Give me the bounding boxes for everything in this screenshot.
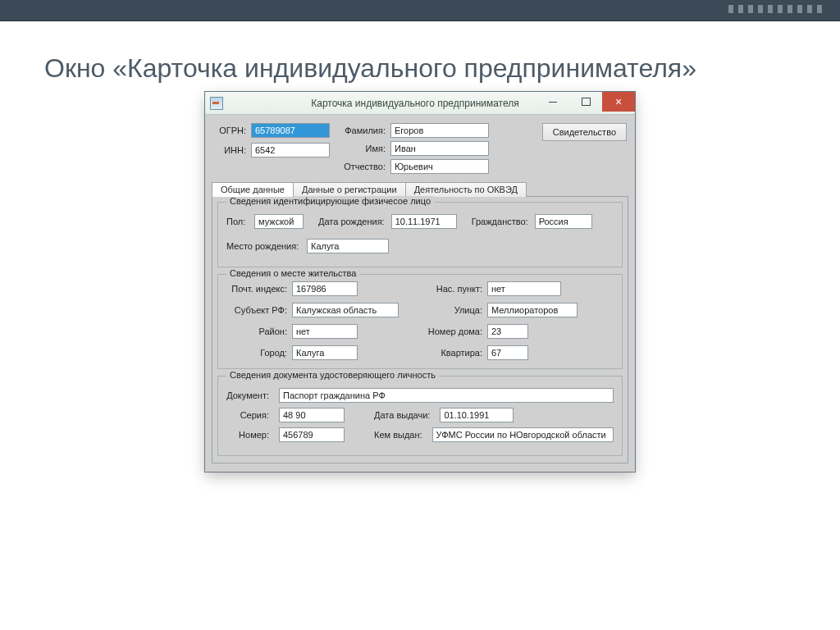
tab-okved[interactable]: Деятельность по ОКВЭД	[405, 182, 527, 197]
group-address: Сведения о месте жительства Почт. индекс…	[217, 274, 623, 369]
doc-input[interactable]	[279, 388, 614, 403]
house-label: Номер дома:	[423, 326, 487, 336]
firstname-label: Имя:	[343, 144, 390, 153]
street-input[interactable]	[487, 303, 578, 317]
town-label: Нас. пункт:	[423, 284, 487, 294]
series-label: Серия:	[226, 410, 274, 420]
town-input[interactable]	[487, 281, 561, 296]
group-document-title: Сведения документа удостоверяющего лично…	[226, 370, 439, 380]
sex-input[interactable]	[254, 214, 304, 229]
tabs: Общие данные Данные о регистрации Деятел…	[212, 182, 628, 197]
issue-label: Дата выдачи:	[374, 410, 435, 420]
lastname-input[interactable]	[390, 123, 489, 138]
close-button[interactable]: ×	[602, 92, 635, 112]
maximize-button[interactable]	[569, 92, 602, 112]
doc-label: Документ:	[226, 390, 274, 400]
tab-general[interactable]: Общие данные	[212, 182, 294, 197]
district-input[interactable]	[292, 324, 358, 339]
group-address-title: Сведения о месте жительства	[226, 268, 359, 278]
city-label: Город:	[226, 348, 292, 358]
district-label: Район:	[226, 326, 292, 336]
city-input[interactable]	[292, 345, 358, 360]
issue-input[interactable]	[440, 408, 514, 422]
group-document: Сведения документа удостоверяющего лично…	[217, 376, 623, 456]
minimize-button[interactable]	[536, 92, 569, 112]
panel-general: Сведения идентифицирующие физичесое лицо…	[212, 196, 628, 463]
zip-label: Почт. индекс:	[226, 284, 292, 294]
issuer-label: Кем выдан:	[374, 430, 427, 440]
pob-input[interactable]	[307, 239, 389, 253]
flat-label: Квартира:	[423, 348, 487, 358]
house-input[interactable]	[487, 324, 528, 339]
lastname-label: Фамилия:	[343, 126, 390, 135]
group-identity-title: Сведения идентифицирующие физичесое лицо	[226, 196, 434, 206]
inn-label: ИНН:	[213, 145, 251, 155]
citizenship-label: Гражданство:	[472, 217, 530, 226]
firstname-input[interactable]	[390, 141, 489, 156]
number-input[interactable]	[279, 427, 345, 442]
tab-registration[interactable]: Данные о регистрации	[293, 182, 406, 197]
number-label: Номер:	[226, 430, 274, 440]
titlebar: Карточка индивидуального предпринимателя…	[205, 92, 635, 115]
patronymic-label: Отчество:	[343, 162, 390, 171]
series-input[interactable]	[279, 408, 345, 422]
region-label: Субъект РФ:	[226, 305, 292, 315]
certificate-button[interactable]: Свидетельство	[542, 123, 627, 141]
app-window: Карточка индивидуального предпринимателя…	[205, 92, 635, 472]
zip-input[interactable]	[292, 281, 358, 296]
slide-top-bar	[0, 0, 840, 21]
flat-input[interactable]	[487, 345, 528, 360]
ogrn-input[interactable]	[251, 123, 330, 138]
header-row: ОГРН: ИНН: Фамилия: Имя: Отчество: Свиде…	[212, 120, 628, 179]
sex-label: Пол:	[226, 217, 249, 226]
slide-heading: Окно «Карточка индивидуального предприни…	[44, 52, 824, 84]
pob-label: Место рождения:	[226, 241, 302, 251]
patronymic-input[interactable]	[390, 159, 489, 174]
app-icon	[210, 97, 223, 110]
ogrn-label: ОГРН:	[213, 126, 251, 135]
dob-label: Дата рождения:	[318, 217, 386, 226]
street-label: Улица:	[423, 305, 487, 315]
region-input[interactable]	[292, 303, 399, 317]
issuer-input[interactable]	[432, 427, 614, 442]
dob-input[interactable]	[391, 214, 457, 229]
window-buttons: ×	[536, 92, 635, 112]
group-identity: Сведения идентифицирующие физичесое лицо…	[217, 202, 623, 267]
citizenship-input[interactable]	[535, 214, 592, 229]
inn-input[interactable]	[251, 143, 330, 158]
client-area: ОГРН: ИНН: Фамилия: Имя: Отчество: Свиде…	[205, 115, 635, 472]
